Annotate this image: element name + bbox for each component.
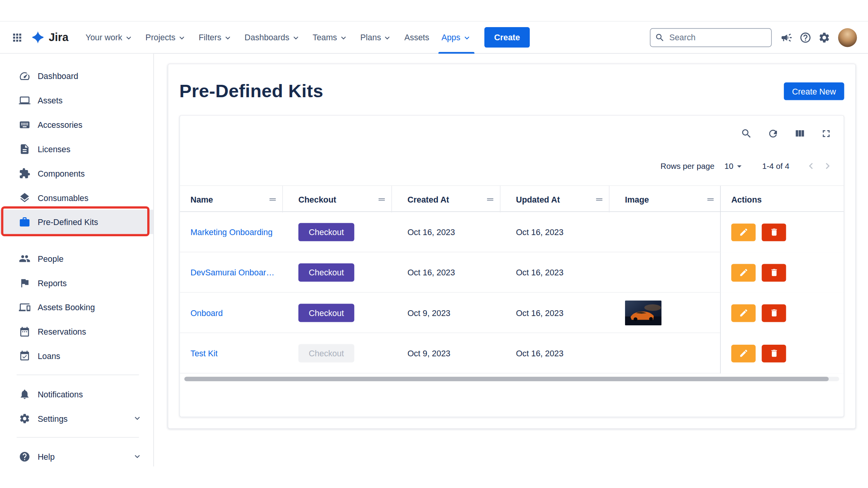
table-search-button[interactable]: [739, 125, 754, 141]
page-header: Pre-Defined Kits Create New: [179, 64, 844, 115]
chevron-right-icon: [822, 160, 834, 172]
delete-button[interactable]: [762, 344, 786, 362]
sidebar-item-loans[interactable]: Loans: [0, 344, 153, 368]
top-navigation: Jira Your work Projects Filters Dashboar…: [0, 21, 868, 53]
sidebar-item-pre-defined-kits[interactable]: Pre-Defined Kits: [0, 210, 153, 234]
table-row: Marketing Onboarding Checkout Oct 16, 20…: [180, 212, 844, 252]
sidebar-item-people[interactable]: People: [0, 246, 153, 271]
sidebar-item-consumables[interactable]: Consumables: [0, 186, 153, 210]
kit-name-link[interactable]: Test Kit: [190, 349, 217, 358]
table-refresh-button[interactable]: [765, 125, 780, 141]
image-cell: [610, 333, 720, 373]
delete-button[interactable]: [762, 264, 786, 282]
settings-button[interactable]: [815, 28, 834, 47]
rows-per-page-label: Rows per page: [661, 162, 715, 170]
delete-button[interactable]: [762, 304, 786, 322]
sidebar: Dashboard Assets Accessories Licenses Co…: [0, 54, 154, 467]
checkout-button[interactable]: Checkout: [298, 263, 354, 282]
sidebar-item-assets[interactable]: Assets: [0, 88, 153, 112]
trash-icon: [769, 349, 778, 358]
main-content: Pre-Defined Kits Create New: [154, 54, 868, 429]
sidebar-item-notifications[interactable]: Notifications: [0, 382, 153, 406]
table-fullscreen-button[interactable]: [818, 125, 834, 141]
scrollbar-thumb[interactable]: [184, 377, 829, 381]
created-at-cell: Oct 9, 2023: [392, 293, 500, 333]
sidebar-item-dashboard[interactable]: Dashboard: [0, 64, 153, 88]
sidebar-item-settings[interactable]: Settings: [0, 406, 153, 431]
help-button[interactable]: [796, 28, 815, 47]
pencil-icon: [739, 227, 748, 237]
nav-item-filters[interactable]: Filters: [193, 27, 238, 48]
pagination-range-label: 1-4 of 4: [762, 162, 789, 170]
checkout-button[interactable]: Checkout: [298, 304, 354, 322]
nav-item-assets[interactable]: Assets: [398, 27, 436, 48]
table-columns-button[interactable]: [792, 125, 807, 141]
sidebar-item-licenses[interactable]: Licenses: [0, 137, 153, 161]
image-cell: [610, 293, 720, 333]
nav-item-teams[interactable]: Teams: [307, 27, 354, 48]
column-header-name: Name: [180, 186, 283, 213]
chevron-down-icon: [383, 33, 392, 42]
drag-handle-icon[interactable]: [594, 194, 604, 204]
chevron-down-icon: [462, 33, 471, 42]
pencil-icon: [739, 268, 748, 277]
sidebar-item-accessories[interactable]: Accessories: [0, 112, 153, 137]
drag-handle-icon[interactable]: [268, 194, 277, 204]
kit-name-link[interactable]: DevSamurai Onboar…: [190, 268, 274, 277]
nav-item-plans[interactable]: Plans: [354, 27, 398, 48]
edit-button[interactable]: [731, 304, 756, 322]
horizontal-scrollbar[interactable]: [184, 377, 839, 381]
window-top-margin: [0, 0, 868, 21]
briefcase-icon: [19, 216, 31, 228]
create-new-button[interactable]: Create New: [784, 82, 844, 100]
sidebar-item-components[interactable]: Components: [0, 161, 153, 186]
actions-cell: [720, 252, 844, 292]
announcements-button[interactable]: [777, 28, 796, 47]
rows-per-page-value: 10: [725, 162, 734, 170]
app-switcher-button[interactable]: [8, 28, 27, 47]
nav-item-your-work[interactable]: Your work: [79, 27, 140, 48]
drag-handle-icon[interactable]: [486, 194, 495, 204]
next-page-button[interactable]: [819, 158, 836, 174]
edit-button[interactable]: [731, 344, 756, 362]
chevron-down-icon: [177, 33, 186, 42]
sidebar-item-label: Help: [38, 452, 55, 461]
kit-name-link[interactable]: Onboard: [190, 308, 222, 318]
create-button[interactable]: Create: [484, 27, 530, 48]
checkout-button-disabled: Checkout: [298, 344, 354, 363]
nav-item-apps[interactable]: Apps: [435, 27, 477, 48]
calendar-icon: [19, 326, 31, 337]
jira-logo[interactable]: Jira: [31, 31, 69, 45]
columns-icon: [794, 127, 805, 139]
refresh-icon: [767, 127, 778, 139]
nav-item-dashboards[interactable]: Dashboards: [238, 27, 307, 48]
sidebar-item-reservations[interactable]: Reservations: [0, 319, 153, 344]
actions-cell: [720, 212, 844, 252]
rows-per-page-select[interactable]: 10: [725, 161, 745, 171]
checkout-button[interactable]: Checkout: [298, 223, 354, 241]
drag-handle-icon[interactable]: [377, 194, 386, 204]
actions-cell: [720, 333, 844, 373]
chevron-left-icon: [805, 160, 817, 172]
edit-button[interactable]: [731, 264, 756, 282]
sidebar-item-assets-booking[interactable]: Assets Booking: [0, 295, 153, 319]
drag-handle-icon[interactable]: [706, 194, 715, 204]
nav-item-projects[interactable]: Projects: [140, 27, 193, 48]
bell-icon: [19, 388, 31, 400]
gear-icon: [818, 31, 830, 43]
kit-name-link[interactable]: Marketing Onboarding: [190, 227, 272, 237]
created-at-cell: Oct 9, 2023: [392, 333, 500, 373]
previous-page-button[interactable]: [803, 158, 819, 174]
kit-image-thumbnail[interactable]: [625, 301, 661, 325]
chevron-down-icon: [132, 452, 142, 462]
edit-button[interactable]: [731, 223, 756, 241]
actions-cell: [720, 293, 844, 333]
search-input[interactable]: [650, 28, 772, 47]
sidebar-item-help[interactable]: Help: [0, 444, 153, 469]
sidebar-item-reports[interactable]: Reports: [0, 271, 153, 295]
chevron-down-icon: [339, 33, 348, 42]
delete-button[interactable]: [762, 223, 786, 241]
user-avatar[interactable]: [838, 28, 857, 47]
pagination-bar: Rows per page 10 1-4 of 4: [180, 141, 844, 176]
caret-down-icon: [734, 161, 744, 171]
